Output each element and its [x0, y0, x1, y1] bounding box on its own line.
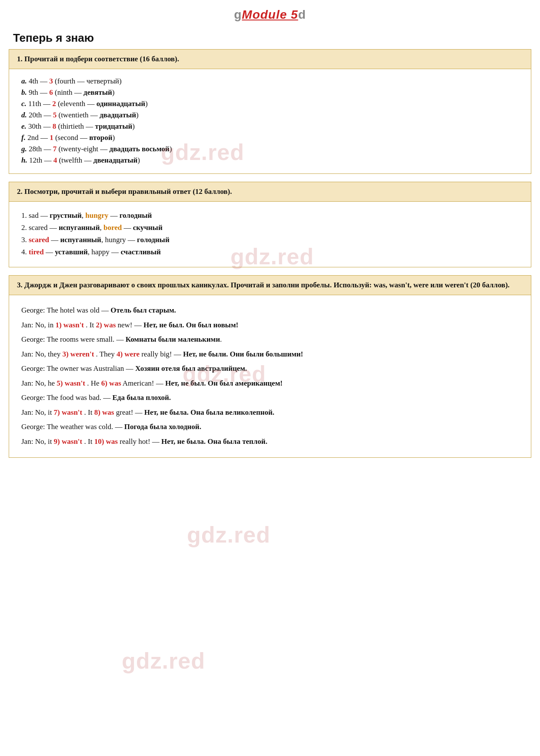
watermark-5: gdz.red — [122, 648, 205, 674]
dialog-line-6: Jan: No, he 5) wasn't . He 6) was Americ… — [21, 378, 519, 389]
dialog-line-2: Jan: No, in 1) wasn't . It 2) was new! —… — [21, 320, 519, 331]
header-suffix: d — [298, 8, 306, 21]
match-row-e: e. 30th — 8 (thirtieth — тридцатый) — [21, 122, 519, 131]
dialog-line-3: George: The rooms were small. — Комнаты … — [21, 334, 519, 345]
match-row-c: c. 11th — 2 (eleventh — одиннадцатый) — [21, 100, 519, 108]
watermark-4: gdz.red — [187, 522, 270, 548]
header-prefix: g — [234, 8, 242, 21]
dialog-line-1: George: The hotel was old — Отель был ст… — [21, 305, 519, 316]
match-row-b: b. 9th — 6 (ninth — девятый) — [21, 88, 519, 97]
emotion-row-1: 1. sad — грустный, hungry — голодный — [21, 211, 519, 220]
letter-c: c. — [21, 100, 27, 108]
letter-d: d. — [21, 111, 27, 119]
task2-body: 1. sad — грустный, hungry — голодный 2. … — [9, 202, 531, 267]
emotion-row-4: 4. tired — уставший, happy — счастливый — [21, 248, 519, 256]
letter-e: e. — [21, 122, 27, 130]
emotion-row-3: 3. scared — испуганный, hungry — голодны… — [21, 236, 519, 244]
task3-header: 3. Джордж и Джен разговаривают о своих п… — [9, 275, 531, 295]
task1-header: 1. Прочитай и подбери соответствие (16 б… — [9, 49, 531, 69]
match-row-h: h. 12th — 4 (twelfth — двенадцатый) — [21, 156, 519, 165]
header-site: Module 5 — [242, 8, 298, 21]
letter-a: a. — [21, 77, 27, 85]
task3-body: George: The hotel was old — Отель был ст… — [9, 295, 531, 458]
page-header: gModule 5d — [0, 0, 540, 26]
dialog-line-7: George: The food was bad. — Еда была пло… — [21, 392, 519, 403]
task1-body: a. 4th — 3 (fourth — четвертый) b. 9th —… — [9, 69, 531, 174]
dialog-line-9: George: The weather was cold. — Погода б… — [21, 421, 519, 433]
letter-h: h. — [21, 156, 27, 164]
dialog-line-10: Jan: No, it 9) wasn't . It 10) was reall… — [21, 436, 519, 447]
dialog-line-5: George: The owner was Australian — Хозяи… — [21, 363, 519, 374]
match-row-a: a. 4th — 3 (fourth — четвертый) — [21, 77, 519, 86]
letter-f: f. — [21, 133, 26, 142]
task2-header: 2. Посмотри, прочитай и выбери правильны… — [9, 182, 531, 202]
section-title: Теперь я знаю — [0, 26, 540, 49]
dialog-line-8: Jan: No, it 7) wasn't . It 8) was great!… — [21, 407, 519, 418]
match-row-d: d. 20th — 5 (twentieth — двадцатый) — [21, 111, 519, 120]
match-row-f: f. 2nd — 1 (second — второй) — [21, 133, 519, 142]
emotion-row-2: 2. scared — испуганный, bored — скучный — [21, 223, 519, 232]
letter-g: g. — [21, 145, 27, 153]
dialog-line-4: Jan: No, they 3) weren't . They 4) were … — [21, 349, 519, 360]
letter-b: b. — [21, 88, 27, 97]
match-row-g: g. 28th — 7 (twenty-eight — двадцать вос… — [21, 145, 519, 153]
